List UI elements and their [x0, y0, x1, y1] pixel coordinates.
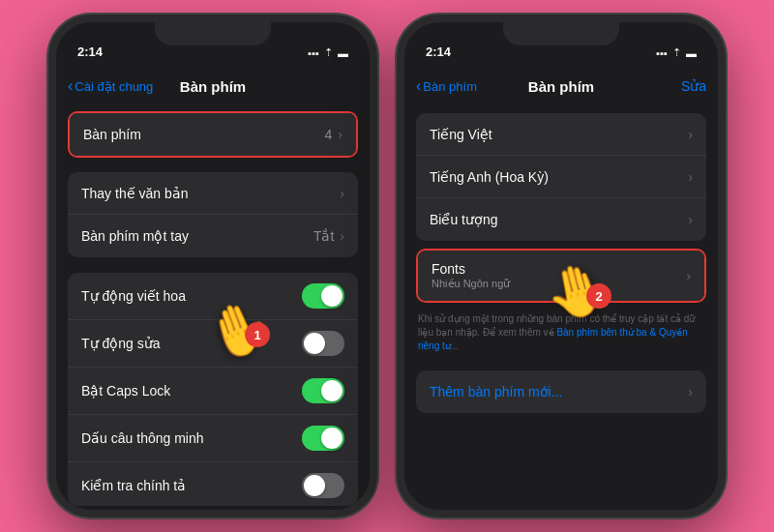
fonts-title: Fonts	[432, 261, 510, 277]
add-keyboard-group: Thêm bàn phím mới... ›	[416, 370, 706, 413]
toggle-group: Tự động viết hoa Tự động sửa Bật Caps Lo…	[68, 273, 358, 507]
add-keyboard-title: Thêm bàn phím mới...	[430, 384, 562, 399]
nav-title-1: Bàn phím	[180, 78, 246, 95]
smart-punct-title: Dấu câu thông minh	[81, 430, 204, 446]
text-replace-group: Thay thế văn bản › Bàn phím một tay Tắt …	[68, 172, 358, 256]
back-label-1: Cài đặt chung	[74, 79, 153, 94]
keyboard-row[interactable]: Bàn phím 4 ›	[70, 113, 356, 156]
auto-correct-row[interactable]: Tự động sửa	[68, 320, 358, 368]
keyboard-description: Khi sử dụng một trong những bàn phím có …	[404, 307, 718, 359]
signal-icon-2: ▪▪▪	[656, 47, 668, 59]
back-label-2: Bàn phím	[423, 79, 477, 94]
smart-punct-toggle[interactable]	[302, 426, 344, 451]
caps-lock-row[interactable]: Bật Caps Lock	[68, 368, 358, 415]
screen-content-1: Bàn phím 4 › Thay thế văn bản › Bàn phím…	[56, 107, 370, 510]
battery-icon-2: ▬	[686, 47, 697, 59]
auto-capitalize-row[interactable]: Tự động viết hoa	[68, 273, 358, 320]
smart-punct-row[interactable]: Dấu câu thông minh	[68, 415, 358, 462]
back-button-1[interactable]: ‹ Cài đặt chung	[68, 78, 153, 94]
one-hand-chevron: ›	[340, 228, 344, 244]
screen-content-2: Tiếng Việt › Tiếng Anh (Hoa Kỳ) › Biểu t…	[404, 107, 718, 510]
add-keyboard-chevron: ›	[688, 384, 693, 399]
status-time-1: 2:14	[77, 44, 103, 59]
wifi-icon-2: ⇡	[672, 46, 681, 59]
tieng-anh-chevron: ›	[688, 169, 693, 185]
keyboard-row-title: Bàn phím	[83, 127, 141, 142]
auto-correct-toggle[interactable]	[302, 331, 344, 356]
one-hand-title: Bàn phím một tay	[81, 228, 189, 244]
spell-check-toggle[interactable]	[302, 473, 344, 498]
fonts-subtitle: Nhiều Ngôn ngữ	[432, 278, 510, 290]
text-replace-row[interactable]: Thay thế văn bản ›	[68, 172, 358, 215]
step-badge-2: 2	[586, 283, 611, 309]
fonts-highlighted-row: Fonts Nhiều Ngôn ngữ ›	[416, 249, 706, 303]
auto-correct-title: Tự động sửa	[81, 336, 160, 351]
step-badge-1: 1	[245, 322, 270, 347]
notch-1	[155, 22, 271, 45]
bieu-tuong-row[interactable]: Biểu tượng ›	[416, 198, 706, 241]
nav-bar-2: ‹ Bàn phím Bàn phím Sửa	[404, 65, 718, 107]
one-hand-value: Tắt	[313, 228, 334, 244]
bieu-tuong-title: Biểu tượng	[430, 212, 498, 227]
auto-capitalize-toggle[interactable]	[302, 283, 344, 309]
signal-icon: ▪▪▪	[308, 47, 319, 59]
tieng-anh-row[interactable]: Tiếng Anh (Hoa Kỳ) ›	[416, 156, 706, 198]
auto-capitalize-title: Tự động viết hoa	[81, 288, 186, 304]
one-hand-row[interactable]: Bàn phím một tay Tắt ›	[68, 215, 358, 256]
nav-bar-1: ‹ Cài đặt chung Bàn phím	[56, 65, 370, 107]
battery-icon: ▬	[338, 47, 348, 59]
text-replace-title: Thay thế văn bản	[81, 186, 189, 201]
wifi-icon: ⇡	[324, 46, 333, 59]
text-replace-chevron: ›	[340, 186, 344, 201]
keyboard-highlighted-row: Bàn phím 4 ›	[68, 111, 358, 158]
phone-2: 2:14 ▪▪▪ ⇡ ▬ ‹ Bàn phím Bàn phím Sửa Tiế…	[397, 15, 726, 517]
tieng-viet-row[interactable]: Tiếng Việt ›	[416, 113, 706, 156]
nav-title-2: Bàn phím	[528, 78, 594, 95]
add-keyboard-row[interactable]: Thêm bàn phím mới... ›	[416, 370, 706, 413]
spell-check-row[interactable]: Kiểm tra chính tả	[68, 462, 358, 507]
tieng-anh-title: Tiếng Anh (Hoa Kỳ)	[430, 169, 549, 185]
phone-1: 2:14 ▪▪▪ ⇡ ▬ ‹ Cài đặt chung Bàn phím Bà…	[48, 15, 377, 517]
fonts-chevron: ›	[686, 268, 691, 283]
back-button-2[interactable]: ‹ Bàn phím	[416, 78, 477, 94]
tieng-viet-chevron: ›	[688, 127, 693, 142]
nav-action-button[interactable]: Sửa	[681, 78, 706, 94]
status-time-2: 2:14	[426, 44, 451, 59]
caps-lock-toggle[interactable]	[302, 378, 344, 403]
status-icons-2: ▪▪▪ ⇡ ▬	[656, 46, 697, 59]
privacy-link[interactable]: Bàn phím bên thứ ba & Quyền riêng tư	[418, 327, 688, 351]
spell-check-title: Kiểm tra chính tả	[81, 478, 186, 493]
keyboard-row-chevron: ›	[338, 127, 342, 142]
notch-2	[503, 22, 619, 45]
keyboard-row-value: 4	[325, 127, 333, 142]
status-icons-1: ▪▪▪ ⇡ ▬	[308, 46, 348, 59]
back-chevron-icon-2: ‹	[416, 78, 421, 94]
tieng-viet-title: Tiếng Việt	[430, 127, 492, 142]
bieu-tuong-chevron: ›	[688, 212, 693, 227]
keyboard-row-right: 4 ›	[325, 127, 342, 142]
back-chevron-icon-1: ‹	[68, 78, 73, 94]
fonts-row[interactable]: Fonts Nhiều Ngôn ngữ ›	[418, 251, 704, 301]
language-group: Tiếng Việt › Tiếng Anh (Hoa Kỳ) › Biểu t…	[416, 113, 706, 241]
caps-lock-title: Bật Caps Lock	[81, 383, 170, 399]
